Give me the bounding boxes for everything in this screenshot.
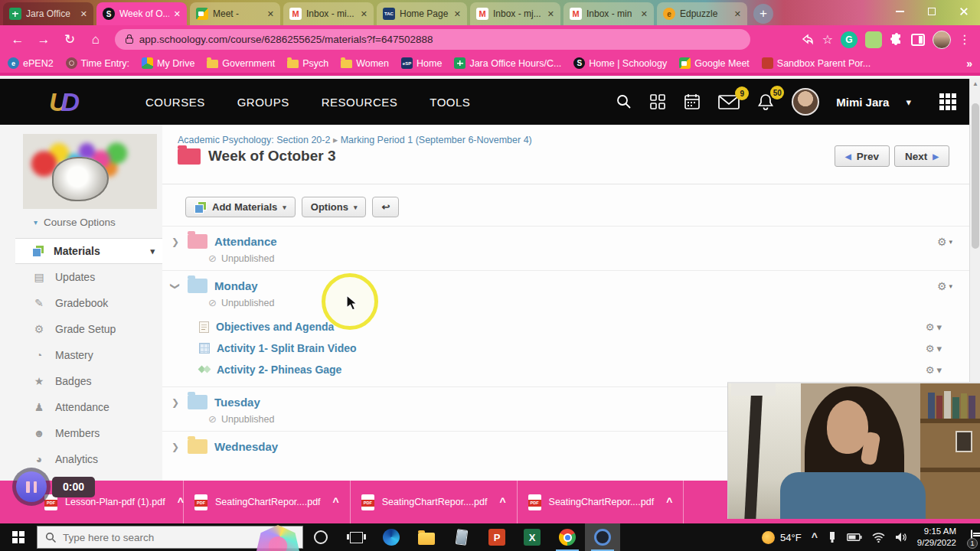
material-link[interactable]: Activity 2- Phineas Gage [217,364,341,376]
user-avatar[interactable] [792,88,819,116]
excel-button[interactable]: X [514,523,550,551]
undo-button[interactable]: ↩ [372,197,399,217]
item-options-gear[interactable]: ⚙▾ [926,364,942,376]
tab-close-icon[interactable]: ✕ [547,9,554,19]
download-chip[interactable]: SeatingChartRepor....pdf ^ [184,481,351,523]
user-menu-chevron-down-icon[interactable]: ▾ [906,96,911,108]
webcam-video-overlay[interactable] [727,382,980,519]
tab-inbox-1[interactable]: M Inbox - mi... ✕ [283,2,374,25]
download-chevron-up-icon[interactable]: ^ [499,496,505,508]
sidebar-item-attendance[interactable]: ♟Attendance [15,394,162,420]
home-button[interactable]: ⌂ [84,28,107,51]
download-chevron-up-icon[interactable]: ^ [333,496,339,508]
pause-button[interactable] [16,471,47,502]
nav-resources[interactable]: RESOURCES [322,96,398,109]
tray-overflow-chevron-icon[interactable]: ^ [812,531,818,543]
search-icon[interactable] [616,93,632,110]
taskbar-search-box[interactable] [37,526,303,549]
bookmark-psych[interactable]: Psych [287,58,328,69]
app-launcher-waffle-icon[interactable] [939,93,957,111]
school-logo[interactable]: UD [49,87,103,117]
download-chip[interactable]: SeatingChartRepor....pdf ^ [351,481,518,523]
material-link[interactable]: Objectives and Agenda [216,321,334,333]
bookmarks-overflow-chevron[interactable]: » [966,57,972,70]
reload-button[interactable]: ↻ [58,28,81,51]
nav-tools[interactable]: TOOLS [430,96,470,109]
bookmark-my-drive[interactable]: My Drive [142,57,194,69]
browser-profile-avatar[interactable] [933,31,951,49]
nav-groups[interactable]: GROUPS [237,96,289,109]
tab-close-icon[interactable]: ✕ [361,9,368,19]
chevron-right-icon[interactable]: ❯ [170,236,181,247]
start-button[interactable] [0,523,37,551]
add-materials-button[interactable]: Add Materials ▾ [185,197,296,217]
nav-courses[interactable]: COURSES [145,96,205,109]
browser-menu-kebab-icon[interactable]: ⋮ [959,32,971,47]
next-button[interactable]: Next▶ [894,145,949,167]
bookmark-google-meet[interactable]: Google Meet [679,57,750,69]
tab-edpuzzle[interactable]: e Edpuzzle ✕ [657,2,747,25]
green-extension-icon[interactable] [865,31,882,48]
tab-close-icon[interactable]: ✕ [641,9,648,19]
tab-home-page[interactable]: TAC Home Page ✕ [377,2,467,25]
maximize-button[interactable] [916,0,948,23]
course-options-toggle[interactable]: ▾ Course Options [34,217,116,228]
chrome-button[interactable] [550,523,585,551]
powerpoint-button[interactable]: P [479,523,514,551]
bookmark-government[interactable]: Government [207,58,275,69]
usb-device-icon[interactable] [828,531,837,543]
bookmark-epen2[interactable]: eePEN2 [8,57,54,69]
close-button[interactable] [948,0,980,23]
material-link[interactable]: Attendance [214,235,277,248]
material-link[interactable]: Wednesday [214,440,278,453]
sidebar-item-updates[interactable]: ▤Updates [15,264,162,290]
back-button[interactable]: ← [6,28,29,51]
notifications-bell-icon[interactable]: 50 [756,93,775,111]
side-panel-icon[interactable] [911,34,925,46]
course-grid-icon[interactable] [649,93,666,110]
url-input[interactable] [139,34,740,45]
breadcrumb-period-link[interactable]: Marking Period 1 (September 6-November 4… [341,135,532,145]
sidebar-item-members[interactable]: ☻Members [15,420,162,446]
item-options-gear[interactable]: ⚙▾ [937,280,952,292]
breadcrumb-course-link[interactable]: Academic Psychology: Section 20-2 [178,135,330,145]
edge-button[interactable] [374,523,409,551]
tab-meet[interactable]: Meet - ✕ [190,2,280,25]
extensions-puzzle-icon[interactable] [890,33,903,47]
material-link[interactable]: Activity 1- Split Brain Video [217,342,357,354]
search-highlights-decoration-icon[interactable] [256,525,299,551]
chevron-down-icon[interactable]: ❯ [170,281,181,292]
chevron-right-icon[interactable]: ❯ [170,397,181,408]
download-chip[interactable]: SeatingChartRepor....pdf ^ [518,481,684,523]
item-options-gear[interactable]: ⚙▾ [926,343,942,354]
user-name[interactable]: Mimi Jara [836,96,889,109]
sidebar-item-badges[interactable]: ★Badges [15,368,162,394]
forward-button[interactable]: → [32,28,55,51]
bookmark-home-esp[interactable]: eSPHome [401,57,442,69]
grammarly-extension-icon[interactable]: G [841,31,858,48]
chevron-right-icon[interactable]: ❯ [170,442,181,452]
bookmark-women[interactable]: Women [341,58,389,69]
weather-widget[interactable]: 54°F [762,531,802,544]
wifi-icon[interactable] [872,533,885,543]
tab-close-icon[interactable]: ✕ [267,9,274,19]
file-explorer-button[interactable] [409,523,444,551]
volume-icon[interactable] [895,532,907,543]
tab-week-of-october-active[interactable]: S Week of O... ✕ [96,2,187,25]
scrollbar-thumb[interactable] [972,103,979,249]
taskbar-search-input[interactable] [63,532,239,543]
prev-button[interactable]: ◀Prev [835,145,890,167]
tab-close-icon[interactable]: ✕ [174,9,181,19]
sidebar-item-gradebook[interactable]: ✎Gradebook [15,290,162,316]
new-tab-button[interactable]: + [753,4,773,24]
tab-close-icon[interactable]: ✕ [80,9,87,19]
tab-close-icon[interactable]: ✕ [734,9,741,19]
messages-envelope-icon[interactable]: 9 [718,93,740,110]
action-center-button[interactable]: 1 [971,530,972,544]
bookmark-home-schoology[interactable]: SHome | Schoology [573,57,667,69]
options-button[interactable]: Options ▾ [302,197,367,217]
share-icon[interactable] [801,33,815,47]
download-chevron-up-icon[interactable]: ^ [666,496,672,508]
device-app-button[interactable] [444,523,479,551]
tab-close-icon[interactable]: ✕ [454,9,461,19]
